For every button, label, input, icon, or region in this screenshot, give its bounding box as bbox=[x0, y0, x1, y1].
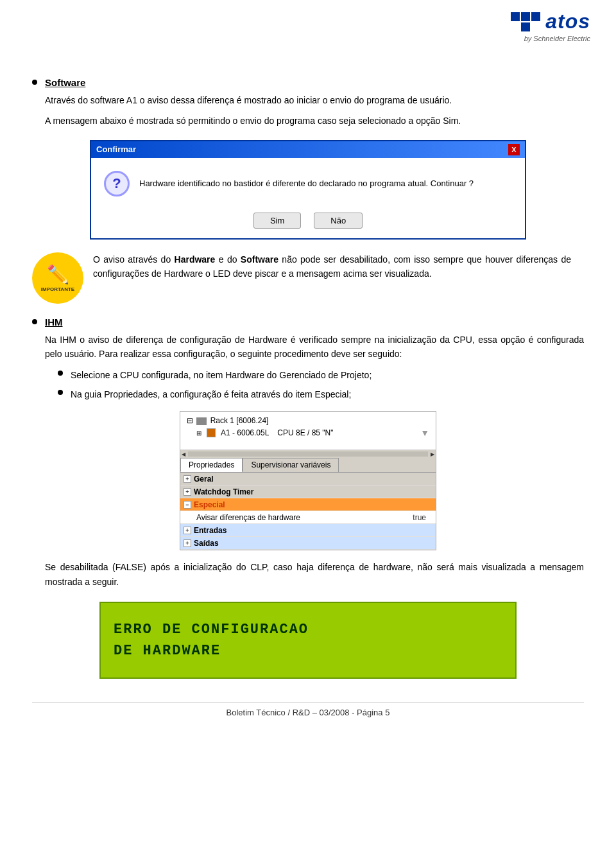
atos-wordmark: atos bbox=[545, 10, 590, 33]
horizontal-scrollbar[interactable]: ◀ ▶ bbox=[180, 450, 436, 458]
footer-text: Boletim Técnico / R&D – 03/2008 - Página… bbox=[227, 708, 390, 717]
prop-row-saidas: + Saídas bbox=[180, 537, 436, 550]
main-content: Software Através do software A1 o aviso … bbox=[32, 77, 584, 679]
prop-row-watchdog: + Watchdog Timer bbox=[180, 485, 436, 498]
sq4 bbox=[511, 22, 520, 31]
software-para2: A mensagem abaixo é mostrada só permitin… bbox=[45, 114, 584, 128]
important-text-middle1: e do bbox=[215, 254, 240, 265]
watchdog-expand-icon[interactable]: + bbox=[184, 488, 191, 496]
sub-bullet-text-1: Selecione a CPU configurada, no item Har… bbox=[71, 368, 372, 382]
ihm-bullet: IHM bbox=[32, 317, 584, 328]
error-display: ERRO DE CONFIGURACAO DE HARDWARE bbox=[99, 602, 517, 679]
prop-tabs: Propriedades Supervisionar variáveis bbox=[180, 458, 436, 473]
header-logo: atos by Schneider Electric bbox=[511, 10, 590, 42]
prop-row-geral: + Geral bbox=[180, 473, 436, 485]
dialog-body: ? Hardware identificado no bastidor é di… bbox=[91, 158, 525, 206]
sq5 bbox=[521, 22, 530, 31]
software-para1: Através do software A1 o aviso dessa dif… bbox=[45, 93, 584, 107]
scroll-thumb bbox=[188, 451, 428, 457]
dialog-no-button[interactable]: Não bbox=[314, 213, 363, 229]
tree-rack-label: ⊟ Rack 1 [6006.24] bbox=[187, 416, 268, 425]
software-title: Software bbox=[45, 77, 85, 88]
tree-cpu-label: A1 - 6006.05L CPU 8E / 85 "N" bbox=[221, 428, 334, 437]
ihm-bullet-dot bbox=[32, 319, 37, 324]
software-bullet: Software bbox=[32, 77, 584, 88]
important-text-before: O aviso através do bbox=[93, 254, 175, 265]
geral-expand-icon[interactable]: + bbox=[184, 475, 191, 483]
saidas-expand-icon[interactable]: + bbox=[184, 539, 191, 547]
ihm-section: IHM Na IHM o aviso de diferença de confi… bbox=[32, 317, 584, 679]
error-line1: ERRO DE CONFIGURACAO bbox=[114, 619, 502, 640]
especial-expand-icon[interactable]: − bbox=[184, 501, 191, 509]
important-icon: ✏️ IMPORTANTE bbox=[32, 252, 83, 304]
sq2 bbox=[521, 12, 530, 21]
prop-tree-area: ⊟ Rack 1 [6006.24] ⊞ A1 - 6006.05L CPU 8… bbox=[180, 412, 436, 450]
sq1 bbox=[511, 12, 520, 21]
geral-label: Geral bbox=[194, 475, 432, 484]
sq6 bbox=[531, 22, 540, 31]
prop-rows: + Geral + Watchdog Timer − Especial Avis… bbox=[180, 473, 436, 550]
important-label: IMPORTANTE bbox=[41, 286, 74, 292]
scroll-left-arrow[interactable]: ◀ bbox=[182, 451, 185, 457]
prop-row-avisar: Avisar diferenças de hardware true bbox=[180, 511, 436, 524]
dialog-title: Confirmar bbox=[96, 144, 136, 154]
saidas-label: Saídas bbox=[194, 539, 432, 548]
avisar-label: Avisar diferenças de hardware bbox=[196, 513, 413, 522]
dialog-buttons: Sim Não bbox=[91, 206, 525, 238]
logo-wrapper: atos by Schneider Electric bbox=[511, 10, 590, 42]
page-container: atos by Schneider Electric Software Atra… bbox=[0, 0, 616, 730]
sub-bullet-1: Selecione a CPU configurada, no item Har… bbox=[58, 368, 584, 382]
tree-row-rack: ⊟ Rack 1 [6006.24] bbox=[184, 415, 432, 426]
ihm-title: IHM bbox=[45, 317, 63, 328]
important-box: ✏️ IMPORTANTE O aviso através do Hardwar… bbox=[32, 252, 571, 304]
dialog-titlebar: Confirmar X bbox=[91, 141, 525, 158]
entradas-expand-icon[interactable]: + bbox=[184, 527, 191, 534]
dialog-close-button[interactable]: X bbox=[508, 144, 520, 155]
especial-label: Especial bbox=[194, 500, 432, 509]
tab-propriedades[interactable]: Propriedades bbox=[180, 458, 243, 472]
atos-squares bbox=[511, 12, 540, 31]
atos-brand: atos bbox=[511, 10, 590, 33]
tree-expand-icon: ⊞ bbox=[196, 430, 201, 437]
important-bold-hardware: Hardware bbox=[175, 254, 216, 265]
tab-supervisionar[interactable]: Supervisionar variáveis bbox=[243, 458, 339, 472]
sub-bullet-dot-2 bbox=[58, 390, 63, 395]
prop-row-entradas: + Entradas bbox=[180, 524, 436, 537]
pencil-icon: ✏️ bbox=[47, 264, 69, 285]
properties-screenshot: ⊟ Rack 1 [6006.24] ⊞ A1 - 6006.05L CPU 8… bbox=[180, 411, 436, 550]
important-bold-software: Software bbox=[241, 254, 278, 265]
sq3 bbox=[531, 12, 540, 21]
watchdog-label: Watchdog Timer bbox=[194, 487, 432, 496]
dialog-message-text: Hardware identificado no bastidor é dife… bbox=[139, 179, 512, 188]
schneider-tagline: by Schneider Electric bbox=[524, 35, 590, 42]
entradas-label: Entradas bbox=[194, 526, 432, 535]
dropdown-arrow: ▼ bbox=[420, 428, 429, 438]
avisar-value: true bbox=[413, 513, 426, 522]
confirmar-dialog: Confirmar X ? Hardware identificado no b… bbox=[90, 140, 526, 240]
cpu-icon bbox=[207, 428, 216, 437]
dialog-yes-button[interactable]: Sim bbox=[253, 213, 301, 229]
scroll-right-arrow[interactable]: ▶ bbox=[431, 451, 434, 457]
ihm-para1: Na IHM o aviso de diferença de configura… bbox=[45, 333, 584, 362]
error-line2: DE HARDWARE bbox=[114, 640, 502, 661]
bullet-dot bbox=[32, 80, 37, 85]
page-footer: Boletim Técnico / R&D – 03/2008 - Página… bbox=[32, 702, 584, 717]
prop-row-especial: − Especial bbox=[180, 498, 436, 511]
ihm-para2-text: Para realizar essa configuração, o segui… bbox=[99, 349, 402, 359]
false-para: Se desabilitada (FALSE) após a inicializ… bbox=[45, 560, 584, 589]
sub-bullets: Selecione a CPU configurada, no item Har… bbox=[58, 368, 584, 402]
important-text: O aviso através do Hardware e do Softwar… bbox=[93, 252, 571, 281]
sub-bullet-dot-1 bbox=[58, 371, 63, 376]
tree-row-cpu: ⊞ A1 - 6006.05L CPU 8E / 85 "N" ▼ bbox=[184, 426, 432, 439]
sub-bullet-2: Na guia Propriedades, a configuração é f… bbox=[58, 387, 584, 401]
sub-bullet-text-2: Na guia Propriedades, a configuração é f… bbox=[71, 387, 351, 401]
dialog-question-icon: ? bbox=[104, 171, 130, 197]
